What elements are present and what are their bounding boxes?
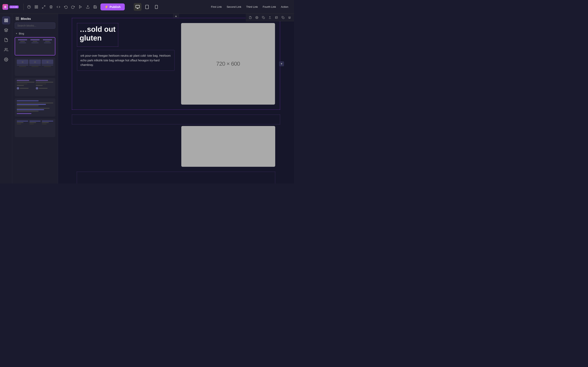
- sidebar-layers-button[interactable]: [2, 26, 10, 34]
- canvas-area[interactable]: ▲ …sold outgluten ork pour-over freegan …: [58, 14, 294, 184]
- blog-text-area: …sold outgluten ork pour-over freegan he…: [77, 23, 174, 71]
- action-delete-icon[interactable]: [287, 15, 292, 20]
- top-toolbar: B v1.0.44b ⚡ Publish: [0, 0, 294, 14]
- code-button[interactable]: [55, 3, 62, 11]
- block-thumbnail-2[interactable]: ▦ ▦ ▦: [15, 58, 55, 76]
- publish-label: Publish: [110, 5, 121, 8]
- redo-button[interactable]: [69, 3, 77, 11]
- app-logo: B: [2, 4, 8, 10]
- svg-line-7: [42, 7, 43, 8]
- svg-rect-33: [16, 19, 17, 20]
- block-thumbnail-3[interactable]: [15, 78, 55, 96]
- nav-links: First Link Second Link Third Link Fourth…: [211, 5, 292, 8]
- nav-second[interactable]: Second Link: [227, 5, 241, 8]
- container-outline: [77, 172, 275, 184]
- play-button[interactable]: [77, 3, 84, 11]
- help-button[interactable]: [25, 3, 33, 11]
- action-upload-icon[interactable]: [267, 15, 273, 20]
- action-settings-icon[interactable]: [254, 15, 260, 20]
- svg-rect-2: [35, 6, 36, 7]
- section-divider: [72, 115, 280, 124]
- svg-rect-4: [35, 7, 36, 8]
- svg-rect-26: [4, 21, 6, 22]
- category-arrow-icon: ▼: [16, 33, 17, 35]
- blocks-list: ▦ ▦ ▦: [12, 36, 58, 184]
- mobile-button[interactable]: [153, 3, 160, 11]
- logo-area: B v1.0.44b: [2, 4, 18, 10]
- svg-rect-25: [6, 19, 8, 20]
- blog-image-1: 720 × 600: [181, 23, 275, 105]
- desktop-button[interactable]: [134, 3, 141, 11]
- expand-button[interactable]: [40, 3, 47, 11]
- blog-image-2: [181, 126, 275, 167]
- svg-point-29: [5, 48, 6, 50]
- svg-line-6: [44, 6, 45, 7]
- nav-first[interactable]: First Link: [211, 5, 222, 8]
- svg-rect-18: [263, 17, 265, 19]
- save-button[interactable]: [91, 3, 99, 11]
- action-duplicate-icon[interactable]: [280, 15, 286, 20]
- tablet-button[interactable]: [143, 3, 151, 11]
- blog-section-inner: …sold outgluten ork pour-over freegan he…: [72, 18, 280, 109]
- sidebar-users-button[interactable]: [2, 46, 10, 54]
- publish-button[interactable]: ⚡ Publish: [100, 3, 125, 10]
- blocks-search-input[interactable]: [15, 22, 55, 29]
- undo-button[interactable]: [62, 3, 69, 11]
- left-sidebar: [0, 14, 12, 184]
- blog-body-text: ork pour-over freegan heirloom neutra ai…: [80, 53, 171, 67]
- block-thumbnail-4[interactable]: [15, 98, 55, 117]
- blog-section[interactable]: …sold outgluten ork pour-over freegan he…: [72, 18, 280, 110]
- version-badge: v1.0.44b: [9, 6, 18, 8]
- image-section-2: [72, 126, 280, 172]
- nav-action[interactable]: Action: [281, 5, 288, 8]
- blog-body: ork pour-over freegan heirloom neutra ai…: [77, 50, 174, 71]
- blog-title: …sold outgluten: [80, 25, 116, 42]
- svg-rect-31: [16, 17, 17, 18]
- device-selector: [134, 3, 160, 11]
- sidebar-blocks-button[interactable]: [2, 16, 10, 25]
- block-thumbnail-5[interactable]: [15, 119, 55, 137]
- svg-rect-24: [4, 19, 6, 20]
- category-blog-label: Blog: [19, 32, 24, 35]
- svg-rect-34: [18, 19, 19, 20]
- blocks-panel-header: Blocks: [12, 14, 58, 22]
- top-action-bar: [246, 14, 294, 21]
- blocks-panel-title: Blocks: [21, 17, 31, 20]
- svg-rect-15: [155, 5, 158, 8]
- svg-marker-8: [79, 6, 81, 8]
- image-1-dimensions: 720 × 600: [216, 60, 240, 67]
- svg-rect-10: [136, 5, 139, 8]
- svg-rect-20: [276, 16, 278, 18]
- blocks-panel: Blocks ▼ Blog: [12, 14, 58, 184]
- canvas-top-indicator: ▲: [173, 14, 179, 18]
- publish-icon: ⚡: [104, 5, 108, 9]
- grid-button[interactable]: [33, 3, 40, 11]
- nav-third[interactable]: Third Link: [246, 5, 258, 8]
- action-document-icon[interactable]: [247, 15, 253, 20]
- nav-fourth[interactable]: Fourth Link: [263, 5, 276, 8]
- svg-rect-32: [18, 17, 19, 18]
- svg-rect-5: [36, 7, 38, 8]
- svg-rect-27: [6, 21, 8, 22]
- upload-button[interactable]: [84, 3, 91, 11]
- svg-point-30: [6, 59, 7, 60]
- sidebar-settings-button[interactable]: [2, 55, 10, 64]
- svg-rect-3: [36, 6, 38, 7]
- sidebar-pages-button[interactable]: [2, 36, 10, 44]
- blocks-grid-icon: [16, 17, 19, 20]
- right-collapse-button[interactable]: ▼: [279, 61, 284, 66]
- svg-rect-23: [283, 17, 284, 19]
- page-canvas: …sold outgluten ork pour-over freegan he…: [72, 18, 280, 184]
- action-copy-icon[interactable]: [260, 15, 266, 20]
- category-blog-header[interactable]: ▼ Blog: [12, 31, 58, 36]
- svg-marker-28: [4, 29, 8, 30]
- block-thumbnail-1[interactable]: [15, 37, 55, 55]
- action-layout-icon[interactable]: [274, 15, 279, 20]
- svg-point-17: [256, 17, 257, 18]
- delete-button[interactable]: [47, 3, 55, 11]
